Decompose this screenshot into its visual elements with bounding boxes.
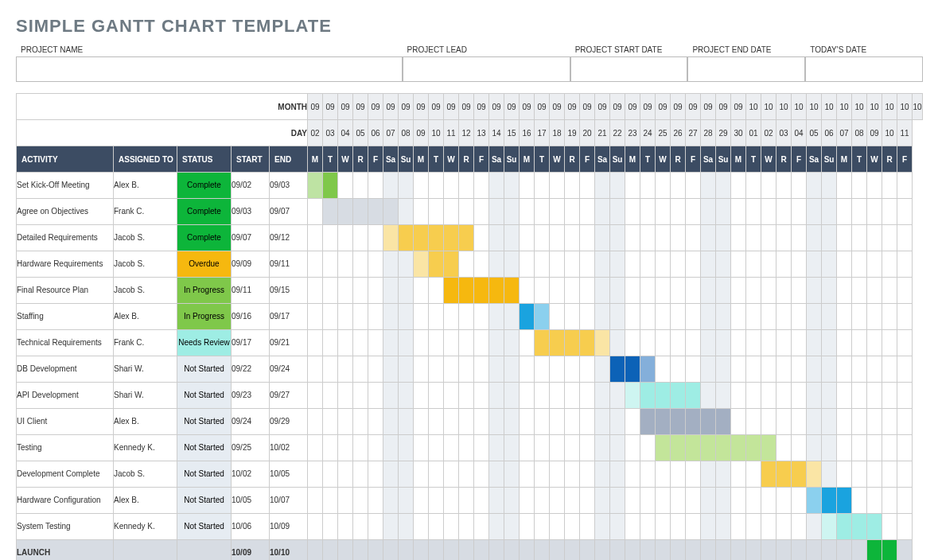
input-start-date[interactable]	[570, 56, 688, 82]
meta-bar: PROJECT NAME PROJECT LEAD PROJECT START …	[16, 43, 923, 82]
task-row: System TestingKennedy K.Not Started10/06…	[17, 514, 923, 540]
task-row: Hardware RequirementsJacob S.Overdue09/0…	[17, 251, 923, 278]
label-start-date: PROJECT START DATE	[570, 43, 688, 56]
input-end-date[interactable]	[687, 56, 805, 82]
col-assigned: ASSIGNED TO	[114, 146, 177, 173]
input-project-lead[interactable]	[403, 56, 570, 82]
task-row: Agree on ObjectivesFrank C.Complete09/03…	[17, 199, 923, 225]
task-row: Development CompleteJacob S.Not Started1…	[17, 461, 923, 488]
col-start: START	[232, 146, 270, 173]
task-row: Final Resource PlanJacob S.In Progress09…	[17, 278, 923, 304]
label-project-name: PROJECT NAME	[16, 43, 403, 56]
task-row: LAUNCH10/0910/10	[17, 540, 923, 561]
label-today: TODAY'S DATE	[805, 43, 923, 56]
input-project-name[interactable]	[16, 56, 403, 82]
task-row: StaffingAlex B.In Progress09/1609/17	[17, 304, 923, 330]
task-row: API DevelopmentShari W.Not Started09/230…	[17, 383, 923, 409]
task-row: TestingKennedy K.Not Started09/2510/02	[17, 435, 923, 461]
col-activity: ACTIVITY	[17, 146, 114, 173]
row-label-month: MONTH	[17, 94, 308, 120]
col-status: STATUS	[177, 146, 232, 173]
task-row: UI ClientAlex B.Not Started09/2409/29	[17, 409, 923, 435]
row-label-day: DAY	[17, 120, 308, 146]
input-today[interactable]	[805, 56, 923, 82]
task-row: Hardware ConfigurationAlex B.Not Started…	[17, 488, 923, 514]
page-title: SIMPLE GANTT CHART TEMPLATE	[16, 16, 922, 37]
task-row: Set Kick-Off MeetingAlex B.Complete09/02…	[17, 173, 923, 199]
label-project-lead: PROJECT LEAD	[403, 43, 570, 56]
col-end: END	[270, 146, 308, 173]
label-end-date: PROJECT END DATE	[687, 43, 805, 56]
task-row: DB DevelopmentShari W.Not Started09/2209…	[17, 356, 923, 383]
task-row: Detailed RequirementsJacob S.Complete09/…	[17, 225, 923, 251]
task-row: Technical RequirementsFrank C.Needs Revi…	[17, 330, 923, 356]
gantt-table: MONTH09090909090909090909090909090909090…	[16, 93, 923, 560]
